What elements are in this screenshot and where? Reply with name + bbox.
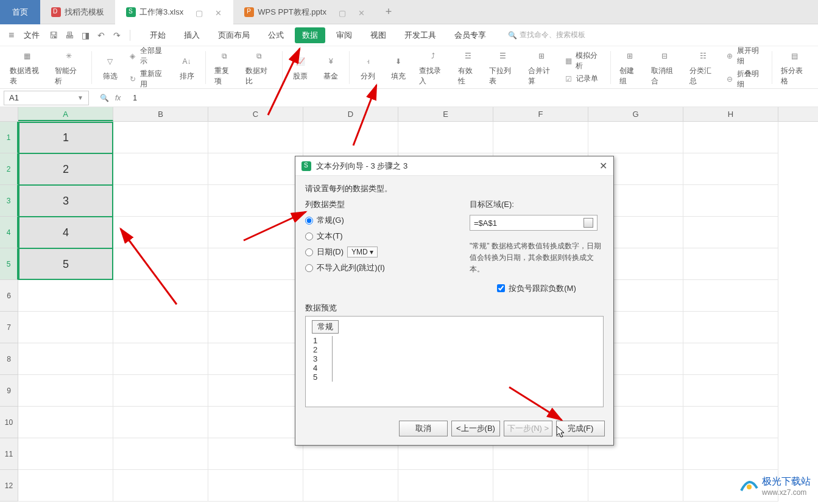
- filter-button[interactable]: ▽筛选: [96, 47, 125, 88]
- cell[interactable]: [588, 470, 683, 502]
- cell[interactable]: [208, 343, 303, 375]
- simulate-button[interactable]: ▦模拟分析: [565, 51, 603, 71]
- merge-calc-button[interactable]: ⊞合并计算: [523, 47, 560, 88]
- row-header[interactable]: 2: [0, 153, 18, 185]
- cell[interactable]: [18, 343, 113, 375]
- redo-icon[interactable]: ↷: [110, 29, 124, 42]
- row-header[interactable]: 10: [0, 407, 18, 438]
- row-header[interactable]: 5: [0, 248, 18, 280]
- cell[interactable]: [588, 122, 683, 153]
- dropdown-list-button[interactable]: ☰下拉列表: [484, 47, 521, 88]
- cell[interactable]: [113, 343, 208, 375]
- lookup-input-button[interactable]: ⤴查找录入: [414, 47, 451, 88]
- cell[interactable]: [113, 280, 208, 312]
- row-header[interactable]: 8: [0, 343, 18, 375]
- show-all-button[interactable]: ◈全部显示: [130, 46, 167, 66]
- radio-date-input[interactable]: [305, 248, 313, 256]
- cell[interactable]: [208, 217, 303, 248]
- negative-checkbox-input[interactable]: [497, 284, 505, 292]
- menu-start[interactable]: 开始: [143, 27, 173, 43]
- cell[interactable]: [493, 122, 588, 153]
- cell[interactable]: [113, 407, 208, 438]
- dialog-titlebar[interactable]: 文本分列向导 - 3 步骤之 3 ✕: [295, 156, 613, 176]
- row-header[interactable]: 3: [0, 185, 18, 217]
- row-header[interactable]: 1: [0, 122, 18, 153]
- cell[interactable]: [683, 407, 778, 438]
- cell[interactable]: [683, 153, 778, 185]
- cell[interactable]: [398, 122, 493, 153]
- cell[interactable]: [208, 312, 303, 343]
- cell[interactable]: [18, 375, 113, 407]
- cell[interactable]: [18, 407, 113, 438]
- fill-button[interactable]: ⬇填充: [384, 47, 413, 88]
- radio-general-input[interactable]: [305, 217, 313, 225]
- record-form-button[interactable]: ☑记录单: [565, 74, 603, 84]
- menu-insert[interactable]: 插入: [177, 27, 207, 43]
- menu-review[interactable]: 审阅: [329, 27, 359, 43]
- prev-step-button[interactable]: <上一步(B): [451, 421, 500, 436]
- cell[interactable]: [208, 280, 303, 312]
- split-table-button[interactable]: ▤拆分表格: [776, 47, 813, 88]
- row-header[interactable]: 7: [0, 312, 18, 343]
- smart-analysis-button[interactable]: ✳智能分析: [50, 47, 87, 88]
- menu-layout[interactable]: 页面布局: [211, 27, 257, 43]
- hamburger-icon[interactable]: ≡: [6, 30, 16, 41]
- fund-button[interactable]: ¥基金: [316, 47, 345, 88]
- chevron-down-icon[interactable]: ▼: [77, 94, 83, 101]
- negative-tracking-checkbox[interactable]: 按负号跟踪负数(M): [470, 283, 604, 294]
- cell[interactable]: [303, 122, 398, 153]
- row-header[interactable]: 11: [0, 438, 18, 470]
- cell[interactable]: [683, 375, 778, 407]
- add-tab-button[interactable]: +: [376, 5, 401, 18]
- cell[interactable]: [208, 248, 303, 280]
- radio-general[interactable]: 常规(G): [305, 215, 457, 226]
- menu-member[interactable]: 会员专享: [447, 27, 493, 43]
- tab-close-icon[interactable]: ✕: [215, 9, 222, 16]
- row-header[interactable]: 9: [0, 375, 18, 407]
- save-icon[interactable]: 🖫: [47, 29, 60, 42]
- ungroup-button[interactable]: ⊟取消组合: [646, 47, 683, 88]
- cell[interactable]: [18, 280, 113, 312]
- col-header-e[interactable]: E: [398, 107, 493, 121]
- cell[interactable]: [18, 438, 113, 470]
- command-search[interactable]: 🔍 查找命令、搜索模板: [508, 30, 585, 40]
- radio-skip[interactable]: 不导入此列(跳过)(I): [305, 262, 457, 273]
- tab-window-icon[interactable]: ▢: [196, 9, 203, 16]
- cell[interactable]: [208, 153, 303, 185]
- row-header[interactable]: 6: [0, 280, 18, 312]
- cell[interactable]: [208, 185, 303, 217]
- cell[interactable]: [113, 248, 208, 280]
- cell[interactable]: [398, 470, 493, 502]
- print-icon[interactable]: 🖶: [63, 29, 76, 42]
- cell[interactable]: [493, 470, 588, 502]
- radio-text[interactable]: 文本(T): [305, 231, 457, 242]
- cell[interactable]: 5: [18, 248, 113, 280]
- row-header[interactable]: 12: [0, 470, 18, 502]
- fx-icon[interactable]: fx: [115, 94, 121, 102]
- cell[interactable]: 4: [18, 217, 113, 248]
- formula-value[interactable]: 1: [133, 94, 137, 102]
- cell[interactable]: [113, 185, 208, 217]
- cell[interactable]: 2: [18, 153, 113, 185]
- cell[interactable]: [113, 438, 208, 470]
- preview-icon[interactable]: ◨: [79, 29, 92, 42]
- stock-button[interactable]: 📈股票: [286, 47, 315, 88]
- ppt-tab[interactable]: WPS PPT教程.pptx ▢ ✕: [233, 0, 376, 24]
- file-menu[interactable]: 文件: [19, 30, 44, 41]
- cell[interactable]: 3: [18, 185, 113, 217]
- compare-button[interactable]: ⧉数据对比: [241, 47, 278, 88]
- cell[interactable]: [113, 470, 208, 502]
- col-header-a[interactable]: A: [18, 107, 113, 121]
- cell[interactable]: [208, 407, 303, 438]
- close-icon[interactable]: ✕: [599, 160, 607, 172]
- cell[interactable]: [683, 122, 778, 153]
- duplicates-button[interactable]: ⧉重复项: [210, 47, 240, 88]
- workbook-tab[interactable]: 工作簿3.xlsx ▢ ✕: [115, 0, 233, 24]
- create-group-button[interactable]: ⊞创建组: [615, 47, 645, 88]
- cell[interactable]: [208, 438, 303, 470]
- cell[interactable]: [683, 280, 778, 312]
- undo-icon[interactable]: ↶: [94, 29, 108, 42]
- col-header-h[interactable]: H: [683, 107, 778, 121]
- cell[interactable]: [113, 375, 208, 407]
- text-to-columns-button[interactable]: ⫞分列: [353, 47, 383, 88]
